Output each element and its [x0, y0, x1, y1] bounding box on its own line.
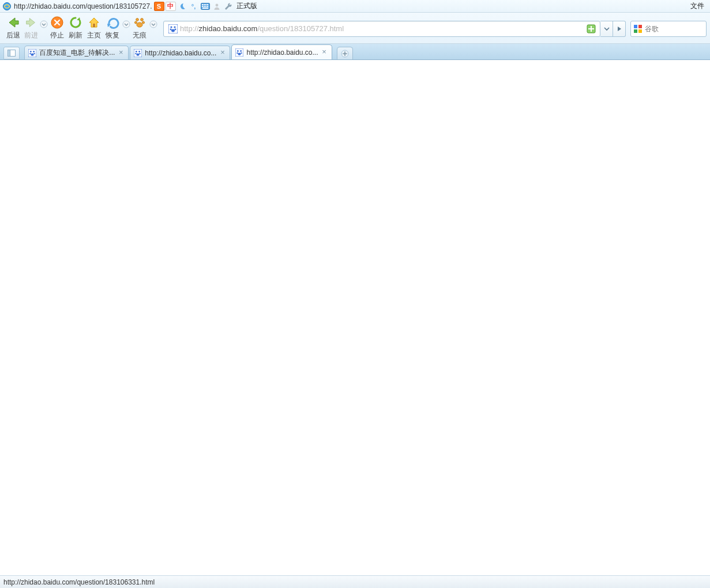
svg-point-50	[241, 50, 242, 51]
site-favicon-icon	[168, 24, 178, 33]
go-button[interactable]	[613, 21, 626, 37]
svg-rect-33	[638, 29, 642, 33]
status-bar: http://zhidao.baidu.com/question/1831063…	[0, 575, 710, 588]
svg-point-37	[30, 50, 32, 52]
google-icon	[633, 24, 643, 33]
stop-button[interactable]: 停止	[48, 16, 66, 40]
home-button[interactable]: 主页	[85, 16, 103, 40]
svg-rect-3	[204, 4, 205, 5]
svg-point-39	[29, 53, 31, 54]
search-box[interactable]	[630, 21, 707, 37]
svg-point-20	[137, 23, 142, 27]
svg-point-19	[142, 21, 145, 24]
svg-rect-30	[634, 25, 637, 28]
svg-point-24	[174, 26, 175, 28]
baidu-favicon-icon	[28, 49, 36, 57]
svg-point-45	[136, 53, 137, 54]
svg-point-15	[123, 21, 130, 28]
svg-rect-5	[207, 4, 208, 5]
svg-rect-8	[205, 6, 206, 7]
svg-point-46	[140, 53, 141, 54]
svg-rect-9	[207, 6, 208, 7]
svg-point-51	[237, 52, 238, 53]
svg-rect-10	[202, 8, 208, 9]
ime-toolbar: S 中 °,	[153, 2, 234, 11]
page-content	[0, 60, 710, 575]
tab-3-label: http://zhidao.baidu.co...	[246, 48, 318, 57]
tab-2[interactable]: http://zhidao.baidu.co... ×	[130, 46, 230, 59]
svg-rect-7	[204, 6, 205, 7]
svg-point-11	[215, 3, 218, 6]
back-button[interactable]: 后退	[4, 16, 22, 40]
svg-point-25	[170, 28, 172, 30]
refresh-icon	[69, 16, 82, 29]
main-toolbar: 后退 前进 停止 刷新 主页 恢复 无痕	[0, 13, 710, 44]
svg-point-41	[31, 53, 33, 55]
baidu-favicon-icon	[134, 49, 142, 57]
incognito-dropdown-icon[interactable]	[149, 20, 157, 28]
svg-point-43	[136, 50, 137, 52]
baidu-favicon-icon	[235, 48, 243, 57]
tab-1[interactable]: 百度知道_电影_待解决... ×	[24, 46, 129, 59]
ime-keyboard-icon[interactable]	[200, 2, 211, 11]
address-url: http://zhidao.baidu.com/question/1831057…	[180, 24, 585, 33]
ime-moon-icon[interactable]	[177, 2, 187, 11]
svg-point-26	[175, 28, 176, 30]
history-dropdown-icon[interactable]	[40, 20, 48, 28]
menu-file[interactable]: 文件	[687, 1, 708, 11]
forward-button[interactable]: 前进	[24, 16, 39, 40]
tab-3-close-icon[interactable]: ×	[321, 48, 328, 56]
svg-rect-22	[168, 24, 178, 33]
ie-icon	[2, 2, 12, 11]
address-bar[interactable]: http://zhidao.baidu.com/question/1831057…	[163, 21, 600, 37]
tab-strip: 百度知道_电影_待解决... × http://zhidao.baidu.co.…	[0, 44, 710, 60]
forward-icon	[24, 16, 38, 29]
tab-2-label: http://zhidao.baidu.co...	[145, 49, 216, 57]
svg-point-38	[33, 50, 35, 52]
svg-point-23	[170, 26, 172, 28]
ime-wrench-icon[interactable]	[223, 2, 234, 11]
status-text: http://zhidao.baidu.com/question/1831063…	[3, 578, 155, 586]
new-tab-button[interactable]	[337, 47, 353, 59]
search-input[interactable]	[645, 25, 704, 33]
back-icon	[6, 16, 20, 29]
plugin-icon[interactable]	[587, 24, 596, 33]
home-icon	[87, 16, 101, 29]
undo-icon	[106, 16, 119, 29]
svg-rect-6	[202, 6, 203, 7]
svg-point-44	[139, 50, 141, 52]
address-dropdown-button[interactable]	[600, 21, 613, 37]
tab-1-close-icon[interactable]: ×	[117, 49, 125, 57]
svg-point-27	[171, 29, 175, 32]
svg-rect-35	[8, 50, 10, 57]
restore-dropdown-icon[interactable]	[122, 20, 130, 28]
ime-sogou-icon[interactable]: S	[154, 2, 164, 11]
svg-rect-42	[134, 49, 142, 57]
stop-icon	[50, 16, 64, 29]
svg-rect-36	[28, 49, 36, 57]
svg-point-40	[33, 53, 35, 54]
svg-rect-31	[638, 25, 642, 28]
ime-lang-icon[interactable]: 中	[166, 2, 176, 11]
svg-point-18	[135, 21, 137, 24]
svg-point-21	[150, 21, 157, 28]
svg-rect-4	[205, 4, 206, 5]
tab-1-label: 百度知道_电影_待解决...	[39, 48, 115, 58]
svg-rect-48	[235, 48, 243, 57]
paw-icon	[133, 16, 146, 29]
tab-3[interactable]: http://zhidao.baidu.co... ×	[231, 44, 332, 59]
refresh-button[interactable]: 刷新	[67, 16, 84, 40]
ime-degree-icon[interactable]: °,	[189, 2, 199, 11]
ime-person-icon[interactable]	[212, 2, 222, 11]
svg-point-16	[136, 18, 139, 21]
sidebar-toggle-button[interactable]	[3, 47, 20, 59]
mode-label: 正式版	[236, 1, 257, 11]
svg-point-49	[237, 50, 239, 51]
title-bar: http://zhidao.baidu.com/question/1831057…	[0, 0, 710, 13]
restore-button[interactable]: 恢复	[104, 16, 121, 40]
tab-2-close-icon[interactable]: ×	[219, 49, 226, 57]
svg-point-52	[241, 52, 242, 53]
svg-rect-2	[202, 4, 203, 5]
incognito-button[interactable]: 无痕	[131, 16, 148, 40]
svg-point-53	[238, 53, 241, 55]
